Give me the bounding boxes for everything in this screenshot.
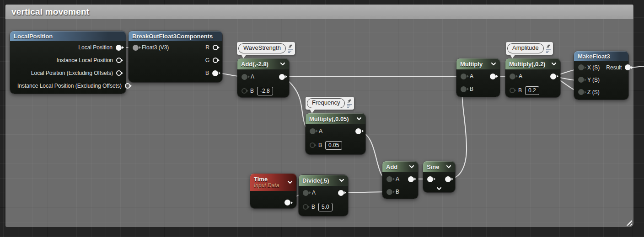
node-time-header[interactable]: Time Input Data xyxy=(250,174,296,191)
pin-label: A xyxy=(519,73,522,79)
output-pin[interactable] xyxy=(279,74,285,80)
node-graph-canvas[interactable]: { "comment": { "title": "vertical moveme… xyxy=(0,0,644,237)
bubble-frequency[interactable]: Frequency xyxy=(306,97,354,110)
node-title: Multiply(,0.2) xyxy=(509,61,545,68)
chevron-down-icon[interactable] xyxy=(280,62,285,66)
node-time[interactable]: Time Input Data xyxy=(250,174,296,208)
node-makefloat3[interactable]: MakeFloat3 X (S) Result Y (S) Z (S) xyxy=(574,51,628,100)
node-makefloat3-header[interactable]: MakeFloat3 xyxy=(574,51,628,61)
expand-chevron-icon[interactable] xyxy=(436,187,442,190)
pin-label: A xyxy=(312,190,316,196)
chevron-down-icon[interactable] xyxy=(551,62,557,66)
input-pin-a[interactable] xyxy=(310,128,316,134)
input-pin-float3[interactable] xyxy=(133,45,139,51)
node-multiply-header[interactable]: Multiply xyxy=(456,58,500,69)
node-divide[interactable]: Divide(,5) A B 5.0 xyxy=(299,175,348,216)
node-multiply-freq[interactable]: Multiply(,0.05) A B 0.05 xyxy=(306,113,365,154)
node-sine[interactable]: Sine xyxy=(423,161,455,192)
comment-lines-icon[interactable] xyxy=(546,49,551,53)
input-pin-a[interactable] xyxy=(303,190,309,196)
pin-label: B xyxy=(311,204,315,210)
input-pin-y[interactable] xyxy=(578,77,584,83)
chevron-down-icon[interactable] xyxy=(339,179,344,182)
pin-label: B xyxy=(470,86,473,92)
node-title: Add xyxy=(386,163,397,170)
bubble-label: Amplitude xyxy=(507,43,544,53)
input-pin-a[interactable] xyxy=(461,74,467,79)
node-title: Time xyxy=(254,176,279,183)
input-pin-a[interactable] xyxy=(242,74,247,80)
output-pin-b[interactable] xyxy=(212,70,218,76)
chevron-down-icon[interactable] xyxy=(491,62,496,66)
node-title: Divide(,5) xyxy=(302,177,329,184)
value-input[interactable]: 5.0 xyxy=(318,203,333,211)
output-pin-instance-local-position-excl[interactable] xyxy=(125,83,130,89)
output-pin-g[interactable] xyxy=(213,58,218,63)
output-pin[interactable] xyxy=(355,128,361,134)
node-title: Add(,-2.8) xyxy=(241,61,268,68)
node-multiply[interactable]: Multiply A B xyxy=(456,58,500,97)
node-add[interactable]: A Add A B xyxy=(382,161,418,199)
node-localposition-header[interactable]: LocalPosition xyxy=(10,31,126,41)
input-pin-b[interactable] xyxy=(510,88,515,93)
node-title: LocalPosition xyxy=(14,33,53,40)
pin-icon[interactable] xyxy=(546,44,551,49)
node-localposition[interactable]: LocalPosition Local Position Instance Lo… xyxy=(10,31,126,94)
input-pin[interactable] xyxy=(427,176,433,182)
chevron-down-icon[interactable] xyxy=(287,180,293,184)
output-pin-instance-local-position[interactable] xyxy=(116,58,122,63)
pin-label: Z (S) xyxy=(587,89,600,95)
node-add-wave[interactable]: Add(,-2.8) A B -2.8 xyxy=(237,58,289,97)
output-pin[interactable] xyxy=(338,190,344,196)
pin-label: B xyxy=(205,70,209,76)
input-pin-b[interactable] xyxy=(386,189,392,195)
pin-label: X (S) xyxy=(587,64,600,71)
chevron-down-icon[interactable] xyxy=(446,165,451,169)
bubble-wavestrength[interactable]: WaveStrength xyxy=(237,42,295,55)
pin-label: Instance Local Position xyxy=(57,57,113,63)
node-multiply-freq-header[interactable]: Multiply(,0.05) xyxy=(306,113,365,124)
pin-label: A xyxy=(319,128,322,134)
input-pin-z[interactable] xyxy=(578,89,584,95)
node-add-wave-header[interactable]: Add(,-2.8) xyxy=(237,58,289,69)
pin-icon[interactable] xyxy=(347,99,352,104)
output-pin[interactable] xyxy=(445,176,451,182)
node-sine-header[interactable]: Sine xyxy=(423,161,455,172)
node-breakoutfloat3[interactable]: BreakOutFloat3Components Float3 (V3) R G… xyxy=(129,31,222,82)
output-pin[interactable] xyxy=(490,74,496,79)
pin-icon[interactable] xyxy=(288,44,293,49)
pin-label: Instance Local Position (Excluding Offse… xyxy=(17,83,122,89)
chevron-down-icon[interactable] xyxy=(356,117,362,121)
value-input[interactable]: 0.05 xyxy=(325,141,342,150)
pin-label: G xyxy=(205,57,209,63)
output-pin-local-position[interactable] xyxy=(116,45,122,51)
node-divide-header[interactable]: Divide(,5) xyxy=(299,175,348,186)
output-pin[interactable] xyxy=(550,74,556,79)
input-pin-a[interactable] xyxy=(510,74,515,79)
pin-label: B xyxy=(518,87,522,94)
bubble-label: WaveStrength xyxy=(238,43,286,53)
node-multiply-amp-header[interactable]: Multiply(,0.2) xyxy=(505,58,560,69)
node-breakoutfloat3-header[interactable]: BreakOutFloat3Components xyxy=(129,31,222,41)
comment-lines-icon[interactable] xyxy=(288,49,293,53)
input-pin-b[interactable] xyxy=(461,86,467,92)
input-pin-b[interactable] xyxy=(242,88,247,94)
output-pin-r[interactable] xyxy=(213,45,218,50)
node-multiply-amp[interactable]: Multiply(,0.2) A B 0.2 xyxy=(505,58,560,97)
comment-lines-icon[interactable] xyxy=(347,104,352,108)
node-title: BreakOutFloat3Components xyxy=(132,33,213,40)
input-pin-a[interactable] xyxy=(386,176,392,182)
output-pin[interactable] xyxy=(284,200,290,205)
chevron-down-icon[interactable] xyxy=(409,165,414,169)
comment-title[interactable]: vertical movement xyxy=(5,5,633,19)
bubble-amplitude[interactable]: Amplitude xyxy=(506,42,553,55)
output-pin-local-position-excl[interactable] xyxy=(116,70,122,76)
value-input[interactable]: 0.2 xyxy=(525,86,539,95)
input-pin-x[interactable] xyxy=(578,64,584,70)
input-pin-b[interactable] xyxy=(303,204,308,210)
node-add-header[interactable]: A Add xyxy=(382,161,418,172)
output-pin[interactable] xyxy=(408,176,414,182)
input-pin-b[interactable] xyxy=(310,142,315,148)
pin-label: Local Position (Excluding Offsets) xyxy=(31,70,113,76)
value-input[interactable]: -2.8 xyxy=(257,87,273,95)
